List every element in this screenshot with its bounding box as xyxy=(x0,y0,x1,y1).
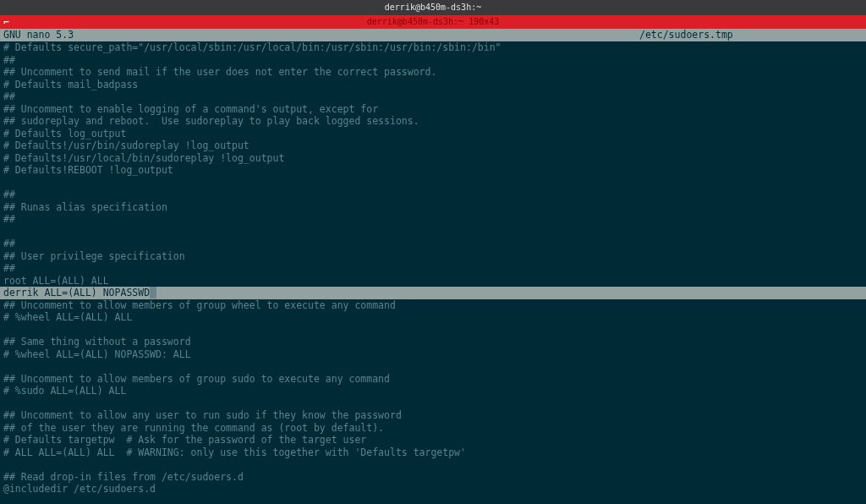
editor-line: ## xyxy=(3,54,863,67)
editor-line xyxy=(3,177,863,189)
editor-line: # Defaults mail_badpass xyxy=(3,79,863,91)
editor-line: ## sudoreplay and reboot. Use sudoreplay… xyxy=(3,115,863,128)
editor-line xyxy=(3,458,863,471)
editor-line: ## Uncomment to allow members of group s… xyxy=(3,373,863,386)
editor-line: ## xyxy=(3,238,863,250)
tmux-icon: ⌐ xyxy=(3,17,9,30)
editor-line: root ALL=(ALL) ALL xyxy=(3,275,863,288)
editor-line: ## Runas alias specification xyxy=(3,201,863,214)
editor-line: # Defaults targetpw # Ask for the passwo… xyxy=(3,434,863,446)
editor-line: # %wheel ALL=(ALL) NOPASSWD: ALL xyxy=(3,348,863,361)
editor-line: ## Read drop-in files from /etc/sudoers.… xyxy=(3,471,863,484)
editor-line xyxy=(3,226,863,238)
editor-line: ## Uncomment to send mail if the user do… xyxy=(3,66,863,79)
editor-content[interactable]: # Defaults secure_path="/usr/local/sbin:… xyxy=(0,41,866,496)
editor-line: # Defaults!/usr/bin/sudoreplay !log_outp… xyxy=(3,140,863,152)
window-titlebar: derrik@b450m-ds3h:~ xyxy=(0,0,866,15)
editor-line: ## of the user they are running the comm… xyxy=(3,422,863,435)
editor-line: # %sudo ALL=(ALL) ALL xyxy=(3,385,863,397)
editor-cursor-line: derrik ALL=(ALL) NOPASSWD xyxy=(0,287,866,299)
editor-line xyxy=(3,397,863,410)
window-title: derrik@b450m-ds3h:~ xyxy=(385,2,481,14)
editor-line: @includedir /etc/sudoers.d xyxy=(3,483,863,496)
editor-line: ## xyxy=(3,189,863,201)
editor-line: ## xyxy=(3,213,863,226)
editor-line: ## Uncomment to enable logging of a comm… xyxy=(3,103,863,116)
editor-line: ## Uncomment to allow members of group w… xyxy=(3,299,863,312)
cursor-icon xyxy=(150,287,156,299)
editor-line: # Defaults!/usr/local/bin/sudoreplay !lo… xyxy=(3,152,863,165)
editor-line: ## Same thing without a password xyxy=(3,336,863,348)
nano-filename: /etc/sudoers.tmp xyxy=(639,29,733,41)
nano-statusbar: GNU nano 5.3 /etc/sudoers.tmp xyxy=(0,29,866,41)
editor-line: # Defaults!REBOOT !log_output xyxy=(3,164,863,177)
editor-line: ## User privilege specification xyxy=(3,250,863,263)
editor-line: ## xyxy=(3,262,863,275)
cursor-line-text: derrik ALL=(ALL) NOPASSWD xyxy=(3,287,150,299)
tmux-session-text: derrik@b450m-ds3h:~ 190x43 xyxy=(367,16,500,29)
editor-line: # Defaults secure_path="/usr/local/sbin:… xyxy=(3,41,863,54)
nano-version: GNU nano 5.3 xyxy=(3,29,639,41)
editor-line: # Defaults log_output xyxy=(3,128,863,140)
editor-line: ## xyxy=(3,90,863,103)
editor-line: # ALL ALL=(ALL) ALL # WARNING: only use … xyxy=(3,446,863,459)
editor-line: # %wheel ALL=(ALL) ALL xyxy=(3,311,863,324)
editor-line: ## Uncomment to allow any user to run su… xyxy=(3,409,863,422)
editor-line xyxy=(3,360,863,373)
tmux-statusbar: ⌐ derrik@b450m-ds3h:~ 190x43 xyxy=(0,15,866,29)
editor-line xyxy=(3,324,863,337)
